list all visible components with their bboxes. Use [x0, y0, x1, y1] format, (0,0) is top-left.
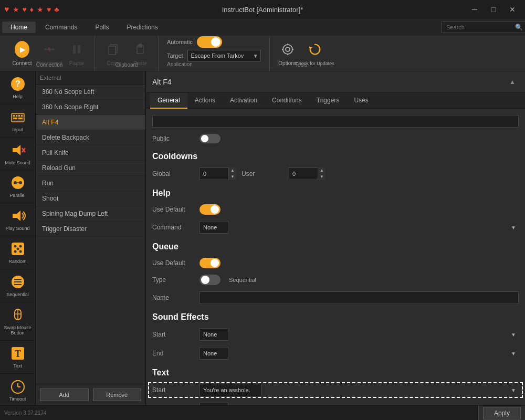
automatic-toggle[interactable] — [197, 36, 222, 48]
sidebar-play-sound-label: Play Sound — [5, 226, 29, 232]
nav-tab-predictions[interactable]: Predictions — [118, 22, 166, 33]
type-row: Type Sequential — [152, 275, 519, 285]
text-start-row: Start You're an asshole. ▼ — [152, 384, 519, 396]
sidebar-item-input[interactable]: Input — [0, 104, 35, 138]
text-area-top — [152, 115, 519, 128]
name-input[interactable] — [200, 291, 519, 304]
user-label: User — [242, 170, 284, 177]
tab-triggers[interactable]: Triggers — [309, 93, 347, 109]
sidebar-parallel-label: Parallel — [9, 193, 25, 198]
version-label: Version 3.07.2174 — [4, 410, 47, 416]
connect-button[interactable]: Connect — [10, 39, 34, 68]
global-label: Global — [152, 170, 194, 177]
svg-rect-10 — [139, 45, 142, 47]
help-title: Help — [152, 188, 519, 198]
sidebar-swap-mouse-label: Swap Mouse Button — [2, 325, 33, 337]
swap-mouse-icon — [9, 307, 26, 323]
nav-tab-polls[interactable]: Polls — [87, 22, 117, 33]
svg-rect-22 — [16, 115, 17, 117]
text-start-dropdown[interactable]: You're an asshole. — [200, 384, 261, 396]
random-icon — [9, 240, 26, 257]
sidebar-item-play-sound[interactable]: Play Sound — [0, 203, 35, 236]
svg-point-36 — [14, 245, 16, 247]
sidebar-item-help[interactable]: ? Help — [0, 71, 35, 104]
queue-use-default-toggle[interactable] — [200, 258, 220, 268]
close-button[interactable]: ✕ — [504, 3, 521, 16]
collapse-button[interactable]: ▲ — [506, 76, 519, 88]
apply-button[interactable]: Apply — [483, 407, 521, 419]
navbar: Home Commands Polls Predictions 🔍 — [0, 19, 525, 36]
sidebar-item-swap-mouse[interactable]: Swap Mouse Button — [0, 302, 35, 341]
search-input[interactable] — [442, 22, 525, 33]
tab-activation[interactable]: Activation — [223, 93, 265, 109]
tab-actions[interactable]: Actions — [187, 93, 223, 109]
command-item-8[interactable]: Spining Mag Dump Left — [36, 206, 145, 222]
pause-icon — [69, 42, 84, 57]
svg-point-40 — [19, 250, 22, 253]
sidebar: ? Help Input Mute Sound Parallel — [0, 71, 36, 405]
help-toggle-knob — [211, 205, 219, 214]
text-start-label: Start — [152, 386, 194, 394]
connection-group: Connect Disconnect Pause Connection — [4, 36, 95, 71]
sidebar-item-text[interactable]: T Text — [0, 341, 35, 374]
user-spin-down[interactable]: ▼ — [318, 174, 326, 180]
command-item-7[interactable]: Shoot — [36, 191, 145, 206]
tab-uses[interactable]: Uses — [346, 93, 375, 109]
minimize-button[interactable]: ─ — [466, 3, 483, 16]
target-dropdown[interactable]: Escape From Tarkov — [187, 50, 261, 61]
command-item-4[interactable]: Pull Knife — [36, 145, 145, 161]
command-item-2[interactable]: Alt F4 — [36, 115, 145, 130]
public-toggle[interactable] — [200, 134, 220, 143]
title-icons: ♥ ★ ♥ ♦ ★ ♥ ♣ — [4, 5, 59, 14]
sidebar-random-label: Random — [8, 259, 26, 265]
remove-button[interactable]: Remove — [93, 388, 142, 401]
tools-group: Options Check for Updates Tools — [270, 36, 333, 71]
window-controls[interactable]: ─ □ ✕ — [466, 3, 521, 16]
pause-button[interactable]: Pause — [65, 39, 88, 68]
end-sound-dropdown-wrapper: None ▼ — [200, 347, 519, 360]
user-spin-up[interactable]: ▲ — [318, 167, 326, 174]
tab-conditions[interactable]: Conditions — [265, 93, 309, 109]
sidebar-item-sequential[interactable]: Sequential — [0, 269, 35, 302]
nav-tab-home[interactable]: Home — [2, 22, 36, 33]
automatic-label: Automatic — [167, 39, 193, 45]
command-item-9[interactable]: Trigger Disaster — [36, 222, 145, 237]
options-icon — [280, 42, 295, 57]
window-title: InstructBot [Administrator]* — [222, 6, 303, 14]
help-use-default-toggle[interactable] — [200, 204, 220, 215]
command-item-1[interactable]: 360 No Scope Right — [36, 100, 145, 115]
svg-rect-21 — [13, 115, 15, 117]
svg-point-12 — [286, 47, 290, 51]
text-start-arrow: ▼ — [511, 387, 516, 393]
end-sound-arrow: ▼ — [511, 351, 516, 356]
command-item-6[interactable]: Run — [36, 176, 145, 191]
title-icon-6: ♥ — [47, 5, 51, 14]
command-dropdown[interactable]: None — [200, 221, 228, 234]
global-spin-down[interactable]: ▼ — [228, 174, 236, 180]
sidebar-item-mute-sound[interactable]: Mute Sound — [0, 138, 35, 171]
sidebar-item-random[interactable]: Random — [0, 236, 35, 269]
maximize-button[interactable]: □ — [485, 3, 502, 16]
end-sound-row: End None ▼ — [152, 347, 519, 360]
text-end-dropdown[interactable]: None — [200, 403, 228, 405]
nav-tab-commands[interactable]: Commands — [37, 22, 86, 33]
tab-general[interactable]: General — [150, 93, 187, 109]
type-toggle-knob — [201, 276, 209, 284]
sidebar-item-timeout[interactable]: Timeout — [0, 374, 35, 405]
end-sound-dropdown[interactable]: None — [200, 347, 228, 360]
pause-label: Pause — [69, 60, 84, 66]
type-toggle[interactable] — [200, 275, 220, 285]
global-spin-up[interactable]: ▲ — [228, 167, 236, 174]
sidebar-item-parallel[interactable]: Parallel — [0, 170, 35, 203]
command-item-0[interactable]: 360 No Scope Left — [36, 85, 145, 100]
command-item-3[interactable]: Delete Backpack — [36, 130, 145, 145]
svg-marker-34 — [13, 211, 20, 221]
add-button[interactable]: Add — [40, 388, 89, 401]
top-text-input[interactable] — [152, 115, 519, 128]
command-list-footer: Add Remove — [36, 384, 145, 405]
start-sound-dropdown[interactable]: None — [200, 328, 228, 341]
command-item-5[interactable]: Reload Gun — [36, 161, 145, 176]
help-use-default-row: Use Default — [152, 204, 519, 215]
disconnect-icon — [42, 42, 57, 57]
user-spin-btns: ▲ ▼ — [318, 167, 326, 180]
